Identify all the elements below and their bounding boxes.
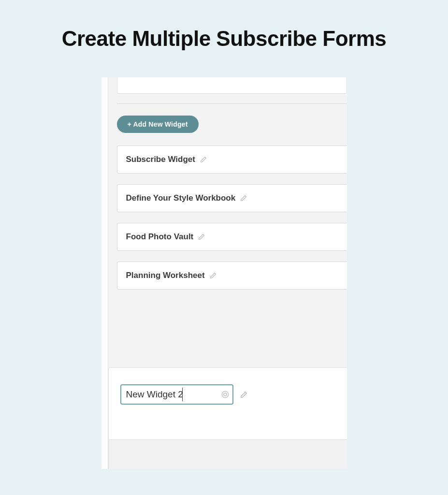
text-cursor [182,388,183,401]
new-widget-body-placeholder [108,440,347,469]
new-widget-card [108,367,347,440]
page-title: Create Multiple Subscribe Forms [62,27,387,51]
new-widget-input-container [120,384,233,405]
widget-label: Food Photo Vault [126,232,194,242]
left-gutter [101,77,108,469]
widget-label: Planning Worksheet [126,271,205,280]
widget-row[interactable]: Food Photo Vault [117,223,347,251]
previous-card-bottom [117,77,347,94]
widget-row[interactable]: Subscribe Widget [117,146,347,174]
pencil-icon[interactable] [240,195,247,202]
pencil-icon[interactable] [240,391,247,398]
widget-row[interactable]: Define Your Style Workbook [117,184,347,212]
widget-label: Define Your Style Workbook [126,193,236,203]
pencil-icon[interactable] [210,272,217,279]
pencil-icon[interactable] [198,233,205,240]
widget-manager-panel: + Add New Widget Subscribe Widget Define… [101,77,347,469]
new-widget-name-input[interactable] [120,384,233,405]
divider [117,103,347,104]
widget-row[interactable]: Planning Worksheet [117,262,347,290]
widget-list-section: + Add New Widget Subscribe Widget Define… [108,77,347,300]
add-new-widget-button[interactable]: + Add New Widget [117,116,199,133]
pencil-icon[interactable] [200,156,207,163]
widget-label: Subscribe Widget [126,155,195,164]
new-widget-editor [108,367,347,469]
